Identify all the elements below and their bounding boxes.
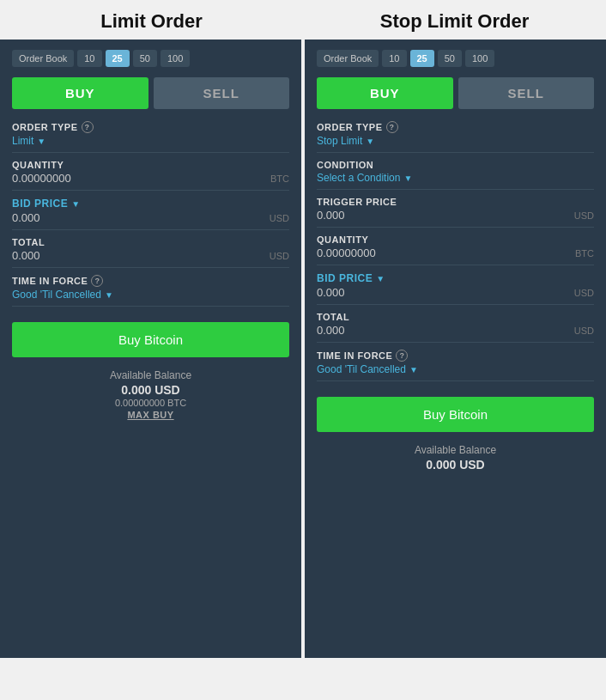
quantity-input-right[interactable] [317,247,538,259]
bid-price-value-label-left[interactable]: BID PRICE ▼ [12,198,81,210]
orderbook-label-left: Order Book [12,50,74,67]
time-in-force-value-right[interactable]: Good 'Til Cancelled ▼ [317,363,594,375]
orderbook-label-right: Order Book [317,50,379,67]
bid-price-value-label-right[interactable]: BID PRICE ▼ [317,272,385,284]
total-input-row-left: USD [12,249,289,262]
balance-usd-right: 0.000 USD [317,458,594,472]
bid-price-arrow-right: ▼ [376,274,385,283]
bid-price-label-left: BID PRICE ▼ [12,198,289,210]
condition-label-right: CONDITION [317,160,594,170]
bid-price-input-row-right: USD [317,286,594,299]
total-label-right: TOTAL [317,312,594,322]
quantity-label-right: QUANTITY [317,234,594,245]
time-in-force-help-left[interactable]: ? [91,275,103,287]
quantity-unit-right: BTC [575,248,594,259]
total-label-left: TOTAL [12,237,289,247]
order-type-value-right[interactable]: Stop Limit ▼ [317,135,594,147]
balance-btc-left: 0.00000000 BTC [12,398,289,408]
bid-price-input-right[interactable] [317,286,538,299]
orderbook-bar-left: Order Book 10 25 50 100 [12,50,289,67]
total-input-right[interactable] [317,324,538,337]
max-buy-left[interactable]: MAX BUY [12,410,289,420]
buy-button-right[interactable]: BUY [317,77,453,109]
order-type-arrow-right: ▼ [366,137,374,146]
ob-num-10-left[interactable]: 10 [77,50,101,67]
total-unit-right: USD [574,326,594,336]
order-type-section-left: ORDER TYPE ? Limit ▼ [12,121,289,153]
ob-num-10-right[interactable]: 10 [382,50,406,67]
buy-bitcoin-button-left[interactable]: Buy Bitcoin [12,322,289,357]
trigger-price-input-row-right: USD [317,209,594,222]
order-type-section-right: ORDER TYPE ? Stop Limit ▼ [317,121,594,153]
bid-price-section-left: BID PRICE ▼ USD [12,198,289,230]
time-in-force-arrow-left: ▼ [105,290,113,300]
time-in-force-arrow-right: ▼ [409,365,418,374]
available-balance-right: Available Balance [317,444,594,456]
bid-price-label-right: BID PRICE ▼ [317,272,594,284]
buy-sell-row-right: BUY SELL [317,77,594,109]
bid-price-arrow-left: ▼ [71,199,80,209]
quantity-input-left[interactable] [12,172,233,185]
time-in-force-help-right[interactable]: ? [396,350,408,362]
available-balance-left: Available Balance [12,369,289,381]
total-section-right: TOTAL USD [317,312,594,343]
bid-price-section-right: BID PRICE ▼ USD [317,272,594,305]
condition-value-right[interactable]: Select a Condition ▼ [317,172,594,184]
buy-sell-row-left: BUY SELL [12,77,289,109]
bid-price-input-left[interactable] [12,211,233,224]
ob-num-100-left[interactable]: 100 [161,50,190,67]
limit-order-title: Limit Order [0,10,303,33]
quantity-input-row-left: BTC [12,172,289,185]
time-in-force-value-left[interactable]: Good 'Til Cancelled ▼ [12,289,289,301]
total-input-left[interactable] [12,249,233,262]
order-type-help-right[interactable]: ? [386,121,398,133]
time-in-force-section-left: TIME IN FORCE ? Good 'Til Cancelled ▼ [12,275,289,307]
condition-section-right: CONDITION Select a Condition ▼ [317,160,594,190]
bid-price-input-row-left: USD [12,211,289,224]
time-in-force-label-right: TIME IN FORCE ? [317,350,594,362]
ob-num-25-right[interactable]: 25 [410,50,434,67]
sell-button-left[interactable]: SELL [154,77,290,109]
total-input-row-right: USD [317,324,594,337]
order-type-value-left[interactable]: Limit ▼ [12,135,289,147]
ob-num-50-left[interactable]: 50 [133,50,157,67]
order-type-label-left: ORDER TYPE ? [12,121,289,133]
total-unit-left: USD [270,251,289,261]
limit-order-panel: Order Book 10 25 50 100 BUY SELL ORDER T… [0,40,301,658]
trigger-price-section-right: TRIGGER PRICE USD [317,197,594,228]
stop-limit-order-title: Stop Limit Order [303,10,606,33]
sell-button-right[interactable]: SELL [458,77,595,109]
ob-num-50-right[interactable]: 50 [438,50,462,67]
orderbook-bar-right: Order Book 10 25 50 100 [317,50,594,67]
quantity-input-row-right: BTC [317,247,594,259]
total-section-left: TOTAL USD [12,237,289,268]
trigger-price-label-right: TRIGGER PRICE [317,197,594,207]
quantity-section-left: QUANTITY BTC [12,160,289,191]
buy-bitcoin-button-right[interactable]: Buy Bitcoin [317,397,594,432]
balance-usd-left: 0.000 USD [12,383,289,397]
trigger-price-unit-right: USD [574,210,594,221]
stop-limit-order-panel: Order Book 10 25 50 100 BUY SELL ORDER T… [305,40,606,658]
order-type-arrow-left: ▼ [37,137,45,146]
ob-num-100-right[interactable]: 100 [465,50,494,67]
trigger-price-input-right[interactable] [317,209,538,222]
quantity-label-left: QUANTITY [12,160,289,170]
condition-arrow-right: ▼ [403,173,412,183]
buy-button-left[interactable]: BUY [12,77,148,109]
ob-num-25-left[interactable]: 25 [106,50,130,67]
time-in-force-section-right: TIME IN FORCE ? Good 'Til Cancelled ▼ [317,350,594,381]
order-type-help-left[interactable]: ? [82,121,94,133]
bid-price-unit-left: USD [270,213,289,223]
quantity-section-right: QUANTITY BTC [317,234,594,265]
time-in-force-label-left: TIME IN FORCE ? [12,275,289,287]
order-type-label-right: ORDER TYPE ? [317,121,594,133]
bid-price-unit-right: USD [574,288,594,298]
quantity-unit-left: BTC [270,173,289,184]
